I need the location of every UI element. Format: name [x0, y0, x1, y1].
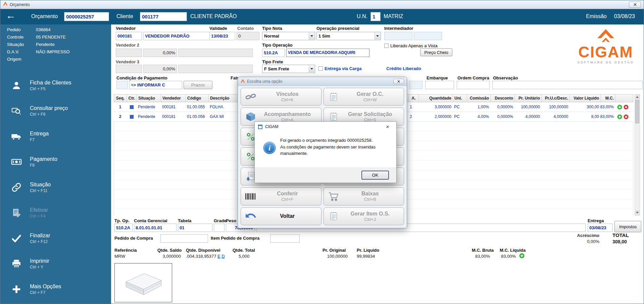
cigam-logo-icon: [595, 25, 617, 43]
acrescimo-label: Acréscimo: [566, 233, 599, 238]
condicao-pagamento-code-field[interactable]: [116, 81, 128, 89]
pedido-compra-field[interactable]: [160, 234, 208, 243]
col-seq: Seq.: [114, 95, 127, 102]
sidebar-item-situacao[interactable]: SituaçãoCtrl + F11: [0, 177, 111, 198]
package-icon: [244, 111, 257, 122]
preco-cheio-button[interactable]: Preço Cheio: [420, 48, 452, 56]
contato-field[interactable]: 0: [237, 32, 259, 40]
baixas-button[interactable]: BaixasCtrl+B: [324, 187, 404, 205]
sidebar-item-efetivar[interactable]: EfetivarCtrl + F4: [0, 202, 111, 224]
tipo-nota-select[interactable]: Normal: [262, 32, 315, 40]
item-pedido-compra-label: Item Pedido de Compra: [211, 236, 259, 241]
sidebar-item-pagamento[interactable]: PagamentoF8: [0, 151, 111, 173]
vendedor3-pct-field[interactable]: 0,00%: [143, 65, 177, 73]
dialog-close-icon[interactable]: ✕: [382, 123, 393, 131]
vendedor-code-field[interactable]: 000181: [116, 32, 142, 40]
cigam-logo: CIGAM SOFTWARE DE GESTÃO: [571, 25, 641, 64]
ok-button[interactable]: OK: [361, 171, 389, 180]
un-field[interactable]: 1: [370, 12, 381, 21]
dialog-footer: OK: [255, 167, 396, 183]
pr-original-label: Pr. Original: [323, 248, 346, 253]
barcode-icon: [244, 192, 257, 200]
window-close-button[interactable]: [629, 2, 641, 8]
delete-row-icon[interactable]: [624, 105, 629, 110]
truck-icon: [10, 131, 22, 142]
vinculos-button[interactable]: VínculosCtrl+K: [241, 88, 321, 106]
validade-label: Validade: [209, 26, 227, 31]
liberado-apenas-vista-checkbox[interactable]: Liberado Apenas a Vista: [384, 43, 438, 48]
item-pedido-compra-field[interactable]: [270, 234, 300, 243]
delete-row-icon[interactable]: [624, 114, 629, 119]
tipo-operacao-desc-field[interactable]: VENDA DE MERCADORIA ADQUIRI: [286, 49, 369, 57]
voltar-button[interactable]: Voltar: [241, 207, 321, 225]
add-row-icon[interactable]: [617, 114, 622, 119]
mc-bruta-value: 83,00%: [475, 254, 490, 259]
col-situacao: Situação: [137, 95, 161, 102]
controle-label: Controle: [7, 35, 23, 40]
grade-label: Grade: [214, 218, 227, 223]
impostos-button[interactable]: Impostos: [614, 221, 641, 232]
observacao-field[interactable]: [492, 81, 643, 89]
validade-field[interactable]: 13/08/23: [209, 32, 235, 40]
chevron-down-icon: [375, 33, 380, 40]
sidebar-item-finalizar[interactable]: FinalizarCtrl + F12: [0, 228, 111, 249]
vendedor3-code-field[interactable]: [116, 65, 142, 73]
link-e[interactable]: E: [217, 254, 220, 259]
condicao-pagamento-field[interactable]: => INFORMAR C: [129, 81, 182, 89]
cliente-code-field[interactable]: 001177: [140, 12, 187, 21]
paper-ream-image: [116, 265, 170, 300]
emissao-label: Emissão: [586, 13, 606, 19]
ordem-compra-field[interactable]: [457, 81, 490, 89]
sidebar-item-ficha-de-clientes[interactable]: Ficha de ClientesCtrl + F5: [0, 75, 111, 96]
cliente-label: Cliente: [116, 13, 133, 19]
prazos-button[interactable]: Prazos: [184, 81, 212, 89]
grade-field[interactable]: [214, 224, 225, 232]
tp-op-label: Tp. Op.: [114, 218, 130, 223]
tabela-field[interactable]: 01: [178, 224, 212, 232]
tipo-frete-select[interactable]: F Sem Frete: [262, 65, 315, 73]
table-scrollbar[interactable]: [635, 94, 640, 216]
modal-app-icon: [241, 79, 245, 83]
vendedor2-name-field[interactable]: [178, 49, 253, 57]
controle-value: 05 PENDENTE: [36, 35, 66, 40]
scroll-up-icon[interactable]: [635, 95, 640, 100]
sidebar: Pedido 036864 Controle 05 PENDENTE Situa…: [0, 24, 111, 304]
gerar-oc-button[interactable]: Gerar O.C.Ctrl+W: [324, 88, 404, 106]
col-mc: M.C.: [601, 95, 615, 102]
orcamento-number-field[interactable]: 0000025257: [64, 12, 109, 21]
mc-liquida-plus-icon[interactable]: [519, 253, 525, 258]
intermediador-field-2[interactable]: [414, 32, 442, 40]
tipo-operacao-label: Tipo Operação: [262, 43, 293, 48]
add-row-icon[interactable]: [617, 105, 622, 110]
modal-close-button[interactable]: [393, 79, 404, 84]
vendedor2-pct-field[interactable]: 0,00%: [143, 49, 177, 57]
chevron-down-icon: [309, 33, 314, 40]
operacao-presencial-select[interactable]: 1 Sim: [316, 32, 381, 40]
banknote-icon: [10, 157, 22, 167]
vendedor3-name-field[interactable]: [178, 65, 253, 73]
back-arrow-icon[interactable]: ←: [6, 10, 16, 21]
scrollbar-thumb[interactable]: [635, 100, 639, 123]
embarque-code-field[interactable]: [409, 81, 423, 89]
vendedor2-code-field[interactable]: [116, 49, 142, 57]
scroll-down-icon[interactable]: [635, 210, 640, 215]
embarque-field[interactable]: [425, 81, 454, 89]
link-d[interactable]: D: [221, 254, 225, 259]
entrega-field[interactable]: 03/08/23: [588, 224, 612, 232]
entrega-via-carga-checkbox[interactable]: Entrega via Carga: [318, 66, 362, 71]
sidebar-item-imprimir[interactable]: ImprimirCtrl + Y: [0, 253, 111, 275]
col-valor-liquido: Valor Líquido: [570, 95, 601, 102]
tipo-operacao-code-field[interactable]: 510.2A: [262, 49, 285, 57]
vendedor-name-field[interactable]: VENDEDOR PADRÃO: [143, 32, 211, 40]
conferir-button[interactable]: ConferirCtrl+F: [241, 187, 321, 205]
svg-text:i: i: [268, 144, 271, 152]
sidebar-item-mais-opcoes[interactable]: Mais OpçõesCtrl + F7: [0, 279, 111, 300]
intermediador-field-1[interactable]: [384, 32, 412, 40]
sidebar-item-entrega[interactable]: EntregaF7: [0, 126, 111, 147]
conta-gerencial-field[interactable]: 8.01.01.01.01: [134, 224, 177, 232]
sidebar-item-consultar-preco[interactable]: Consultar preçoCtrl + F6: [0, 100, 111, 122]
gerar-item-os-button[interactable]: Gerar Item O.S.Ctrl+J: [324, 207, 404, 225]
modal-titlebar: Escolha uma opção: [238, 77, 407, 86]
tp-op-field[interactable]: 510.2A: [114, 224, 133, 232]
embarque-label: Embarque: [427, 75, 448, 80]
